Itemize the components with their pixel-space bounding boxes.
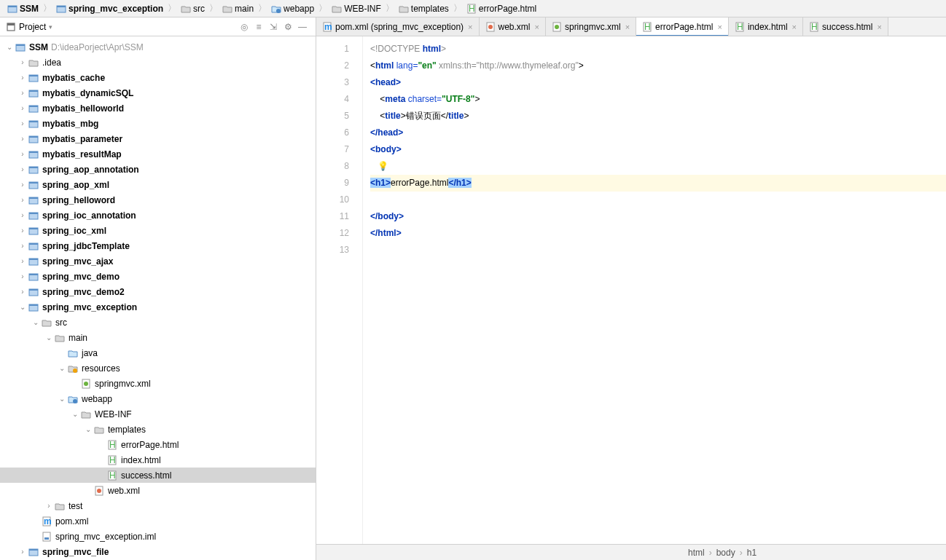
tree-node[interactable]: ›spring_aop_annotation bbox=[0, 162, 316, 177]
editor-tab[interactable]: springmvc.xml× bbox=[546, 17, 636, 36]
tree-node[interactable]: ·Hsuccess.html bbox=[0, 468, 316, 483]
tree-node[interactable]: ·web.xml bbox=[0, 483, 316, 498]
close-icon[interactable]: × bbox=[717, 23, 722, 31]
editor-tab[interactable]: mpom.xml (spring_mvc_exception)× bbox=[316, 17, 480, 36]
tree-node[interactable]: ›mybatis_parameter bbox=[0, 131, 316, 146]
intention-bulb-icon[interactable]: 💡 bbox=[378, 161, 388, 171]
breadcrumb-item[interactable]: SSM bbox=[4, 4, 42, 14]
tree-node[interactable]: ›spring_jdbcTemplate bbox=[0, 238, 316, 253]
code-content[interactable]: <!DOCTYPE html> <html lang="en" xmlns:th… bbox=[363, 36, 946, 544]
tree-node[interactable]: ›spring_mvc_ajax bbox=[0, 253, 316, 269]
breadcrumb-item[interactable]: main bbox=[219, 4, 257, 14]
tree-arrow-icon[interactable]: › bbox=[17, 257, 28, 265]
tree-arrow-icon[interactable]: › bbox=[17, 242, 28, 250]
tree-node[interactable]: ›mybatis_dynamicSQL bbox=[0, 85, 316, 100]
editor-tab[interactable]: Hsuccess.html× bbox=[803, 17, 888, 36]
tree-node[interactable]: ›spring_helloword bbox=[0, 192, 316, 208]
tree-arrow-icon[interactable]: › bbox=[17, 196, 28, 204]
tree-node[interactable]: ·Hindex.html bbox=[0, 452, 316, 468]
project-tree[interactable]: ⌄SSMD:\ideaPorject\Apr\SSM›.idea›mybatis… bbox=[0, 36, 316, 560]
editor-tab[interactable]: Hindex.html× bbox=[729, 17, 803, 36]
breadcrumb-item[interactable]: templates bbox=[396, 4, 452, 14]
tree-node[interactable]: ⌄src bbox=[0, 315, 316, 330]
tree-node[interactable]: ›spring_ioc_xml bbox=[0, 223, 316, 238]
close-icon[interactable]: × bbox=[877, 23, 881, 31]
tree-arrow-icon[interactable]: › bbox=[17, 211, 28, 219]
breadcrumb-item[interactable]: WEB-INF bbox=[329, 4, 384, 14]
tree-arrow-icon[interactable]: › bbox=[17, 181, 28, 189]
close-icon[interactable]: × bbox=[792, 23, 797, 31]
tree-node[interactable]: ·HerrorPage.html bbox=[0, 437, 316, 452]
locate-icon[interactable]: ◎ bbox=[237, 22, 251, 32]
breadcrumb-item[interactable]: HerrorPage.html bbox=[464, 4, 539, 14]
tree-arrow-icon[interactable]: › bbox=[17, 119, 28, 127]
tree-arrow-icon[interactable]: › bbox=[17, 165, 28, 173]
tree-node[interactable]: ⌄templates bbox=[0, 422, 316, 437]
tree-arrow-icon[interactable]: › bbox=[17, 288, 28, 296]
tree-node[interactable]: ·java bbox=[0, 345, 316, 360]
close-icon[interactable]: × bbox=[625, 23, 630, 31]
tree-node[interactable]: ›spring_mvc_file bbox=[0, 544, 316, 559]
breadcrumb-item[interactable]: src bbox=[178, 4, 208, 14]
tree-arrow-icon[interactable]: ⌄ bbox=[44, 334, 54, 342]
tree-node[interactable]: ›spring_ioc_annotation bbox=[0, 208, 316, 223]
close-icon[interactable]: × bbox=[535, 23, 539, 31]
close-icon[interactable]: × bbox=[468, 23, 472, 31]
structure-crumb[interactable]: html bbox=[688, 548, 705, 558]
tree-node-path: D:\ideaPorject\Apr\SSM bbox=[51, 42, 144, 52]
structure-crumb[interactable]: h1 bbox=[747, 548, 757, 558]
tree-node[interactable]: ·spring_mvc_exception.iml bbox=[0, 529, 316, 544]
expand-all-icon[interactable]: ≡ bbox=[251, 22, 266, 32]
tree-arrow-icon[interactable]: ⌄ bbox=[31, 318, 41, 326]
tree-node-label: spring_mvc_exception bbox=[42, 302, 137, 312]
tree-arrow-icon[interactable]: ⌄ bbox=[83, 425, 93, 433]
tree-node[interactable]: ›spring_mvc_demo bbox=[0, 269, 316, 284]
tree-arrow-icon[interactable]: › bbox=[17, 74, 28, 82]
tree-node[interactable]: ⌄WEB-INF bbox=[0, 406, 316, 422]
tree-node[interactable]: ⌄main bbox=[0, 330, 316, 345]
tree-arrow-icon[interactable]: ⌄ bbox=[57, 395, 67, 403]
tree-node-label: mybatis_parameter bbox=[42, 134, 122, 144]
breadcrumb-item[interactable]: spring_mvc_exception bbox=[53, 4, 166, 14]
tree-node[interactable]: ›spring_mvc_demo2 bbox=[0, 284, 316, 299]
code-editor[interactable]: 12345678910111213 <!DOCTYPE html> <html … bbox=[316, 36, 946, 544]
svg-rect-60 bbox=[29, 549, 38, 551]
tree-arrow-icon[interactable]: ⌄ bbox=[57, 364, 67, 372]
tree-node[interactable]: ›mybatis_mbg bbox=[0, 116, 316, 131]
tree-node[interactable]: ⌄resources bbox=[0, 360, 316, 376]
tree-arrow-icon[interactable]: ⌄ bbox=[4, 43, 15, 51]
editor-tab[interactable]: HerrorPage.html× bbox=[636, 17, 729, 36]
tree-node[interactable]: ›spring_aop_xml bbox=[0, 177, 316, 192]
tree-node[interactable]: ⌄spring_mvc_exception bbox=[0, 299, 316, 315]
tree-arrow-icon[interactable]: › bbox=[17, 135, 28, 143]
tree-arrow-icon[interactable]: ⌄ bbox=[70, 410, 80, 418]
structure-crumb[interactable]: body bbox=[716, 548, 735, 558]
tree-node[interactable]: ›mybatis_resultMap bbox=[0, 146, 316, 162]
breadcrumb-item[interactable]: webapp bbox=[268, 4, 317, 14]
tree-arrow-icon[interactable]: › bbox=[17, 89, 28, 97]
tree-node[interactable]: ·springmvc.xml bbox=[0, 376, 316, 391]
tree-arrow-icon[interactable]: › bbox=[17, 272, 28, 280]
collapse-all-icon[interactable]: ⇲ bbox=[266, 22, 281, 32]
tree-arrow-icon[interactable]: ⌄ bbox=[17, 303, 28, 311]
tree-arrow-icon[interactable]: › bbox=[17, 58, 28, 66]
folder-icon bbox=[222, 4, 232, 14]
tree-node[interactable]: ·mpom.xml bbox=[0, 513, 316, 529]
tree-arrow-icon[interactable]: › bbox=[17, 150, 28, 158]
project-view-selector[interactable]: Project ▾ bbox=[6, 22, 237, 32]
tree-node[interactable]: ›mybatis_helloworld bbox=[0, 100, 316, 116]
tree-node-label: src bbox=[55, 318, 67, 328]
tree-arrow-icon[interactable]: › bbox=[17, 548, 28, 556]
tree-arrow-icon[interactable]: › bbox=[44, 502, 54, 510]
hide-icon[interactable]: — bbox=[295, 22, 310, 32]
svg-point-54 bbox=[97, 489, 101, 493]
tree-arrow-icon[interactable]: › bbox=[17, 104, 28, 112]
tree-node[interactable]: ⌄webapp bbox=[0, 391, 316, 406]
tree-node[interactable]: ⌄SSMD:\ideaPorject\Apr\SSM bbox=[0, 39, 316, 55]
tree-node[interactable]: ›.idea bbox=[0, 55, 316, 70]
tree-node[interactable]: ›mybatis_cache bbox=[0, 70, 316, 85]
tree-node[interactable]: ›test bbox=[0, 498, 316, 513]
gear-icon[interactable]: ⚙ bbox=[281, 22, 295, 32]
tree-arrow-icon[interactable]: › bbox=[17, 226, 28, 234]
editor-tab[interactable]: web.xml× bbox=[480, 17, 546, 36]
